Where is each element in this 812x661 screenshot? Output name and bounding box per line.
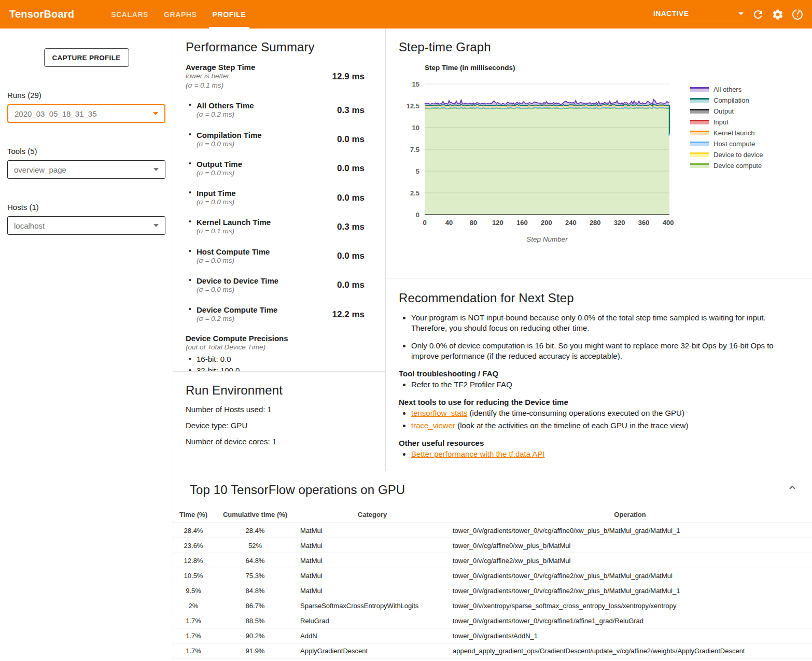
status-dropdown-value: INACTIVE bbox=[653, 9, 689, 18]
recommendation-bullet: Only 0.0% of device computation is 16 bi… bbox=[411, 341, 797, 362]
tab-graphs[interactable]: GRAPHS bbox=[156, 0, 205, 29]
metric-row: Kernel Launch Time(σ = 0.1 ms)0.3 ms bbox=[186, 218, 365, 236]
svg-text:0: 0 bbox=[416, 211, 419, 219]
svg-text:400: 400 bbox=[663, 219, 674, 227]
recommendation-title: Recommendation for Next Step bbox=[399, 291, 797, 305]
table-cell: 52% bbox=[214, 538, 297, 553]
svg-text:2.5: 2.5 bbox=[410, 189, 419, 197]
metric-name: Kernel Launch Time bbox=[197, 218, 271, 227]
precisions-title: Device Compute Precisions bbox=[186, 334, 365, 343]
tab-profile[interactable]: PROFILE bbox=[205, 0, 254, 29]
table-row: 28.4%28.4%MatMultower_0/v/gradients/towe… bbox=[173, 523, 812, 538]
recommendation-section: Other useful resourcesBetter performance… bbox=[399, 439, 797, 459]
recommendation-item: trace_viewer (look at the activities on … bbox=[411, 420, 797, 431]
recommendation-item: tensorflow_stats (identify the time-cons… bbox=[411, 408, 797, 418]
metric-name: Device Compute Time bbox=[197, 305, 277, 314]
table-cell: tower_0/v/gradients/tower_0/v/cg/affine2… bbox=[448, 583, 812, 598]
metric-sigma: (σ = 0.0 ms) bbox=[197, 168, 242, 178]
run-environment-lines: Number of Hosts used: 1Device type: GPUN… bbox=[186, 405, 373, 446]
metric-sigma: (σ = 0.2 ms) bbox=[197, 314, 277, 324]
table-cell: 86.7% bbox=[214, 598, 297, 613]
svg-text:0: 0 bbox=[423, 219, 426, 227]
metric-name: Compilation Time bbox=[197, 131, 262, 139]
table-cell: tower_0/v/gradients/tower_0/v/cg/affine1… bbox=[448, 613, 812, 628]
legend-label: Device to device bbox=[713, 151, 763, 159]
top10-ops-table: Time (%)Cumulative time (%)CategoryOpera… bbox=[173, 508, 812, 658]
legend-item: Kernel launch bbox=[690, 130, 763, 136]
table-cell: ApplyGradientDescent bbox=[297, 643, 448, 658]
chevron-down-icon bbox=[153, 224, 159, 227]
hosts-dropdown[interactable]: localhost bbox=[7, 216, 165, 235]
recommendation-link[interactable]: trace_viewer bbox=[411, 421, 455, 430]
metric-value: 0.0 ms bbox=[337, 280, 365, 290]
table-cell: tower_0/v/cg/affine0/xw_plus_b/MatMul bbox=[448, 538, 812, 553]
legend-swatch bbox=[690, 120, 709, 124]
metric-value: 0.0 ms bbox=[337, 134, 365, 145]
svg-text:240: 240 bbox=[565, 219, 577, 227]
metric-value: 0.0 ms bbox=[337, 251, 365, 261]
legend-swatch bbox=[690, 163, 709, 168]
metric-value: 0.0 ms bbox=[337, 193, 365, 203]
main-tabs: SCALARSGRAPHSPROFILE bbox=[103, 0, 254, 29]
precisions-subtitle: (out of Total Device Time) bbox=[186, 343, 365, 352]
table-column-header: Cumulative time (%) bbox=[214, 508, 297, 523]
table-cell: MatMul bbox=[297, 553, 448, 568]
legend-label: Host compute bbox=[713, 140, 755, 148]
recommendation-bullets: Your program is NOT input-bound because … bbox=[411, 313, 797, 361]
sidebar: CAPTURE PROFILE Runs (29) 2020_03_05_18_… bbox=[0, 29, 173, 661]
capture-profile-button[interactable]: CAPTURE PROFILE bbox=[44, 48, 129, 67]
legend-swatch bbox=[690, 98, 709, 103]
table-cell: AddN bbox=[297, 628, 448, 643]
refresh-icon[interactable] bbox=[752, 8, 764, 21]
runs-dropdown[interactable]: 2020_03_05_18_31_35 bbox=[7, 104, 165, 123]
svg-text:160: 160 bbox=[516, 219, 528, 227]
settings-gear-icon[interactable] bbox=[772, 8, 784, 21]
run-environment-card: Run Environment Number of Hosts used: 1D… bbox=[173, 372, 385, 471]
performance-summary-title: Performance Summary bbox=[186, 40, 365, 54]
collapse-chevron-up-icon[interactable] bbox=[788, 484, 796, 492]
legend-swatch bbox=[690, 142, 709, 146]
table-column-header: Category bbox=[297, 508, 448, 523]
status-dropdown[interactable]: INACTIVE bbox=[652, 7, 745, 21]
top10-ops-title: Top 10 TensorFlow operations on GPU bbox=[190, 483, 812, 497]
run-environment-line: Number of Hosts used: 1 bbox=[186, 405, 373, 414]
legend-label: All others bbox=[713, 86, 741, 93]
table-cell: 88.5% bbox=[214, 613, 297, 628]
metric-sigma: (σ = 0.0 ms) bbox=[197, 285, 278, 294]
runs-dropdown-value: 2020_03_05_18_31_35 bbox=[15, 109, 97, 118]
tools-dropdown[interactable]: overview_page bbox=[7, 160, 165, 179]
metric-info: Kernel Launch Time(σ = 0.1 ms) bbox=[186, 218, 271, 236]
table-cell: tower_0/v/cg/affine2/xw_plus_b/MatMul bbox=[448, 553, 812, 568]
table-cell: 91.9% bbox=[214, 643, 297, 658]
run-environment-line: Number of device cores: 1 bbox=[186, 437, 373, 446]
metric-row: Compilation Time(σ = 0.0 ms)0.0 ms bbox=[186, 131, 365, 149]
metric-value: 0.0 ms bbox=[337, 163, 365, 174]
svg-text:7.5: 7.5 bbox=[410, 146, 419, 153]
recommendation-link[interactable]: tensorflow_stats bbox=[411, 409, 467, 417]
metric-row: Host Compute Time(σ = 0.0 ms)0.0 ms bbox=[186, 247, 365, 265]
precision-item: 16-bit: 0.0 bbox=[186, 355, 365, 363]
chart-legend: All othersCompilationOutputInputKernel l… bbox=[690, 87, 763, 243]
legend-label: Device compute bbox=[713, 162, 762, 170]
table-cell: 84.8% bbox=[214, 583, 297, 598]
recommendation-link[interactable]: Better performance with the tf.data API bbox=[411, 449, 545, 458]
performance-summary-card: Performance Summary Average Step Time lo… bbox=[173, 29, 385, 372]
legend-item: Output bbox=[690, 108, 763, 114]
average-step-time-label: Average Step Time bbox=[186, 63, 255, 72]
chevron-down-icon bbox=[153, 112, 158, 115]
help-icon[interactable] bbox=[791, 8, 804, 21]
recommendation-sections: Tool troubleshooting / FAQRefer to the T… bbox=[399, 369, 797, 459]
table-cell: tower_0/v/gradients/AddN_1 bbox=[448, 628, 812, 643]
recommendation-card: Recommendation for Next Step Your progra… bbox=[386, 278, 812, 471]
recommendation-section-items: Better performance with the tf.data API bbox=[411, 449, 797, 459]
run-environment-title: Run Environment bbox=[186, 383, 373, 398]
metric-name: Output Time bbox=[197, 160, 242, 168]
average-step-time-row: Average Step Time lower is better (σ = 0… bbox=[186, 63, 365, 90]
average-sigma: (σ = 0.1 ms) bbox=[186, 81, 255, 90]
step-time-graph-title: Step-time Graph bbox=[399, 40, 812, 54]
table-cell: ReluGrad bbox=[297, 613, 448, 628]
tab-scalars[interactable]: SCALARS bbox=[103, 0, 156, 29]
legend-label: Input bbox=[713, 118, 729, 126]
metric-sigma: (σ = 0.0 ms) bbox=[197, 139, 262, 149]
table-cell: tower_0/v/gradients/tower_0/v/cg/affine0… bbox=[448, 523, 812, 538]
